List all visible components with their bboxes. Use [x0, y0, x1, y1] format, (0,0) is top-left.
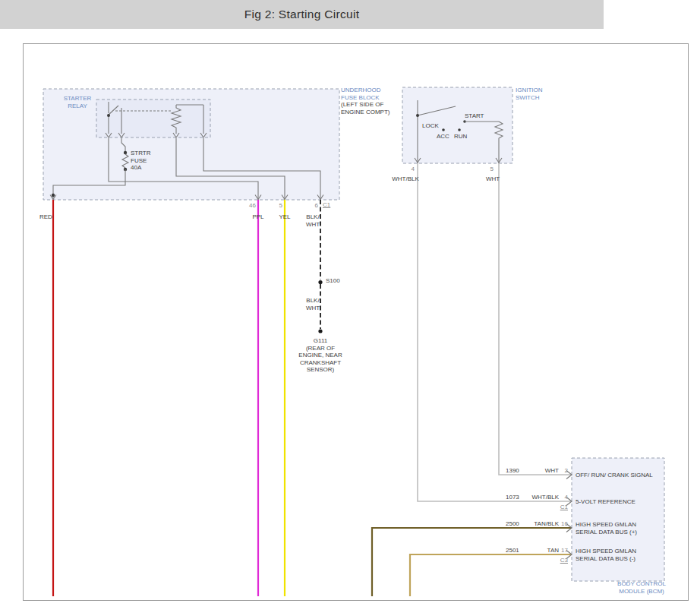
pin-6-label: 6 [301, 202, 318, 210]
ignition-switch-box [402, 87, 512, 163]
ground-label: G111 (REAR OF ENGINE, NEAR CRANKSHAFT SE… [286, 337, 355, 374]
bcm-signal-desc: 5-VOLT REFERENCE [576, 498, 636, 506]
ignition-acc-label: ACC [437, 133, 449, 141]
fuse-block-connector-label: C1 [323, 201, 330, 209]
ignition-pin-4-label: 4 [398, 166, 415, 173]
bcm-signal-desc: HIGH SPEED GMLAN SERIAL DATA BUS (-) [576, 548, 636, 562]
run-contact-dot [458, 128, 461, 131]
blk-wht-wire-label-2: BLK/ WHT [302, 297, 323, 311]
ground-terminal-dot [318, 329, 322, 333]
lock-contact-dot [416, 114, 419, 117]
ignition-pin-5-label: 5 [477, 166, 494, 173]
wht-blk-wire-label: WHT/BLK [383, 175, 428, 183]
acc-contact-dot [442, 128, 445, 131]
blk-wht-wire-label: BLK/ WHT [302, 213, 323, 228]
relay-contact-dot [107, 114, 110, 117]
bcm-signal-desc: HIGH SPEED GMLAN SERIAL DATA BUS (+) [576, 521, 637, 535]
ignition-run-label: RUN [454, 133, 467, 141]
pin-5-label: 5 [265, 202, 282, 210]
bcm-pin-label: 4 [551, 494, 568, 501]
bcm-pin-label: 2 [551, 467, 568, 475]
wiring-diagram-page: Fig 2: Starting Circuit [0, 0, 697, 616]
fuse-block-location: (LEFT SIDE OF ENGINE COMPT) [341, 101, 390, 115]
pin-46-label: 46 [238, 202, 256, 210]
splice-dot [318, 280, 322, 284]
starter-relay-label: STARTER RELAY [61, 95, 94, 109]
junction-dot [52, 194, 55, 197]
bcm-pin-label: 17 [551, 547, 568, 554]
red-wire-label: RED [39, 213, 52, 221]
ppl-wire-label: PPL [248, 213, 269, 221]
wht-wire-label: WHT [470, 175, 516, 183]
bcm-name: BODY CONTROL MODULE (BCM) [600, 580, 683, 595]
yel-wire-label: YEL [274, 213, 295, 221]
bcm-signal-desc: OFF/ RUN/ CRANK SIGNAL [576, 472, 653, 479]
fuse-block-name: UNDERHOOD FUSE BLOCK [341, 87, 380, 101]
ignition-lock-label: LOCK [422, 122, 439, 130]
bcm-connector-label: C3 [551, 557, 568, 564]
bcm-connector-label: C1 [551, 504, 568, 511]
strtr-fuse-label: STRTR FUSE 40A [131, 150, 151, 172]
bcm-pin-label: 16 [551, 520, 568, 528]
ignition-switch-name: IGNITION SWITCH [516, 87, 543, 101]
ignition-start-label: START [465, 112, 484, 120]
splice-label: S100 [326, 277, 340, 285]
